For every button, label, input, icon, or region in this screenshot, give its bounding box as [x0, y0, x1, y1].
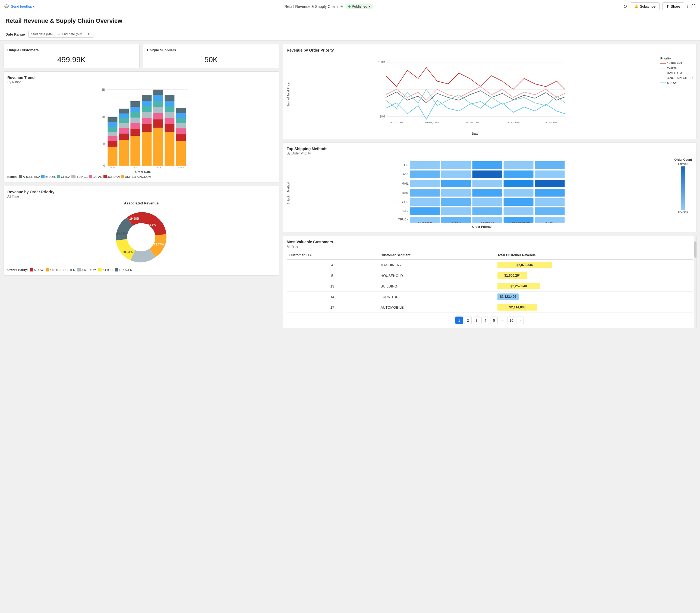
legend-argentina: ARGENTINA [19, 175, 40, 178]
svg-text:FOB: FOB [402, 173, 409, 176]
svg-rect-117 [503, 217, 533, 223]
legend-japan: JAPAN [89, 175, 102, 178]
page-1-button[interactable]: 1 [455, 316, 463, 324]
legend-nation-label: Nation: [7, 175, 18, 178]
published-badge[interactable]: Published ▾ [346, 3, 373, 9]
customer-id-cell: 4 [287, 260, 378, 270]
legend-5-low: 5-LOW [30, 268, 43, 272]
customers-table: Customer ID # Customer Segment Total Cus… [287, 251, 693, 313]
svg-rect-105 [441, 198, 471, 206]
svg-rect-48 [165, 101, 174, 106]
right-column: Revenue by Order Priority Sum of Total P… [283, 44, 697, 328]
feedback-icon: 💬 [4, 4, 9, 9]
svg-text:100M: 100M [378, 61, 385, 64]
published-dot [348, 5, 351, 8]
date-range-label: Date Range [5, 32, 25, 36]
svg-rect-19 [119, 118, 129, 123]
svg-text:TRUCK: TRUCK [398, 218, 409, 221]
svg-text:Jan 09, 1994: Jan 09, 1994 [425, 121, 439, 124]
revenue-bar-wrapper: $1,600,264 [497, 272, 552, 279]
svg-text:20.09%: 20.09% [117, 232, 127, 235]
svg-rect-50 [176, 141, 186, 166]
customer-id-cell: 13 [287, 281, 378, 291]
scrollbar[interactable] [694, 236, 697, 328]
svg-text:RAIL: RAIL [402, 191, 409, 194]
heatmap-legend-title: Order Count [674, 158, 692, 161]
revenue-trend-subtitle: By Nation [7, 80, 275, 84]
table-row: 17 AUTOMOBILE $2,114,808 [287, 302, 693, 313]
svg-rect-11 [107, 132, 117, 136]
svg-text:Jan 16, 1994: Jan 16, 1994 [465, 121, 480, 124]
unique-customers-card: Unique Customers 499.99K [3, 44, 140, 68]
table-row: 13 BUILDING $2,252,040 [287, 281, 693, 291]
svg-rect-41 [153, 95, 163, 101]
svg-rect-37 [153, 119, 163, 128]
customer-revenue-cell: $2,873,346 [495, 260, 693, 270]
page-4-button[interactable]: 4 [481, 316, 489, 324]
svg-rect-38 [153, 113, 163, 119]
svg-rect-89 [410, 170, 440, 178]
heatmap-svg: AIR FOB MAIL RAIL REG AIR SHIP TRUCK [292, 158, 672, 223]
legend-jordan: JORDAN [103, 175, 120, 178]
svg-text:19.76%: 19.76% [154, 243, 164, 246]
svg-rect-87 [503, 161, 533, 169]
subscribe-button[interactable]: 🔔 Subscribe [630, 2, 660, 10]
customer-revenue-cell: $1,600,264 [495, 270, 693, 281]
svg-rect-55 [176, 113, 186, 118]
svg-text:AIR: AIR [403, 164, 409, 167]
customer-segment-cell: HOUSEHOLD [378, 270, 495, 281]
page-5-button[interactable]: 5 [490, 316, 498, 324]
revenue-bar: $1,600,264 [497, 272, 527, 279]
page-3-button[interactable]: 3 [473, 316, 480, 324]
page-16-button[interactable]: 16 [507, 316, 515, 324]
svg-rect-56 [176, 108, 186, 113]
svg-rect-108 [535, 198, 565, 206]
revenue-trend-title: Revenue Trend [7, 76, 275, 80]
donut-legend: Order Priority: 5-LOW 4-NOT SPECIFIED 3-… [7, 268, 275, 272]
date-refresh-icon[interactable]: ↻ [88, 32, 90, 36]
info-icon[interactable]: ℹ [687, 4, 689, 9]
svg-rect-30 [142, 124, 152, 132]
svg-rect-26 [130, 112, 140, 118]
revenue-bar-wrapper: $2,873,346 [497, 262, 552, 268]
page-2-button[interactable]: 2 [464, 316, 472, 324]
revenue-by-priority-card: Revenue by Order Priority All Time Assoc… [3, 186, 280, 276]
svg-rect-90 [441, 170, 471, 178]
heatmap-area: Shipping Method AIR FOB MAIL RAIL REG AI… [287, 158, 693, 228]
published-label: Published [352, 4, 367, 9]
col-customer-id: Customer ID # [287, 251, 378, 260]
legend-3-medium-line: 3-MEDIUM [660, 71, 693, 75]
svg-rect-96 [472, 180, 502, 187]
unique-suppliers-value: 50K [147, 55, 275, 64]
share-button[interactable]: ⬆ Share [662, 2, 684, 10]
legend-1-urgent: 1-URGENT [115, 268, 134, 272]
revenue-trend-card: Revenue Trend By Nation 6B 4B 2B [3, 71, 280, 182]
revenue-trend-legend: Nation: ARGENTINA BRAZIL CHINA FRANCE JA… [7, 175, 275, 178]
svg-text:3-MEDIUM: 3-MEDIUM [481, 222, 494, 223]
svg-rect-27 [130, 107, 140, 112]
svg-rect-101 [472, 189, 502, 197]
customer-revenue-cell: $2,114,808 [495, 302, 693, 313]
revenue-trend-chart: 6B 4B 2B 0 [11, 87, 275, 168]
date-range-input[interactable]: Start date (MM... → End date (MM... ↻ [28, 31, 94, 38]
priority-legend-title: Priority [660, 57, 693, 60]
svg-rect-24 [130, 123, 140, 129]
svg-text:20.03%: 20.03% [123, 250, 133, 253]
svg-rect-95 [441, 180, 471, 187]
svg-rect-49 [165, 95, 174, 101]
refresh-icon[interactable]: ↻ [623, 3, 627, 10]
svg-rect-32 [142, 112, 152, 118]
page-next-button[interactable]: › [516, 316, 524, 324]
svg-text:Jan 02, 1994: Jan 02, 1994 [389, 121, 403, 124]
start-date-placeholder: Start date (MM... [31, 32, 55, 36]
svg-point-61 [127, 223, 155, 251]
most-valuable-card: Most Valuable Customers All Time Custome… [283, 236, 697, 328]
svg-rect-46 [165, 112, 174, 118]
svg-rect-97 [503, 180, 533, 187]
star-icon[interactable]: ★ [340, 4, 343, 9]
heatmap-legend-min: 854.95K [678, 211, 688, 214]
fullscreen-icon[interactable]: ⛶ [691, 4, 696, 9]
send-feedback-button[interactable]: 💬 Send feedback [4, 4, 35, 9]
svg-text:4-NOT SPECIFIED: 4-NOT SPECIFIED [507, 222, 530, 223]
svg-rect-116 [472, 217, 502, 223]
